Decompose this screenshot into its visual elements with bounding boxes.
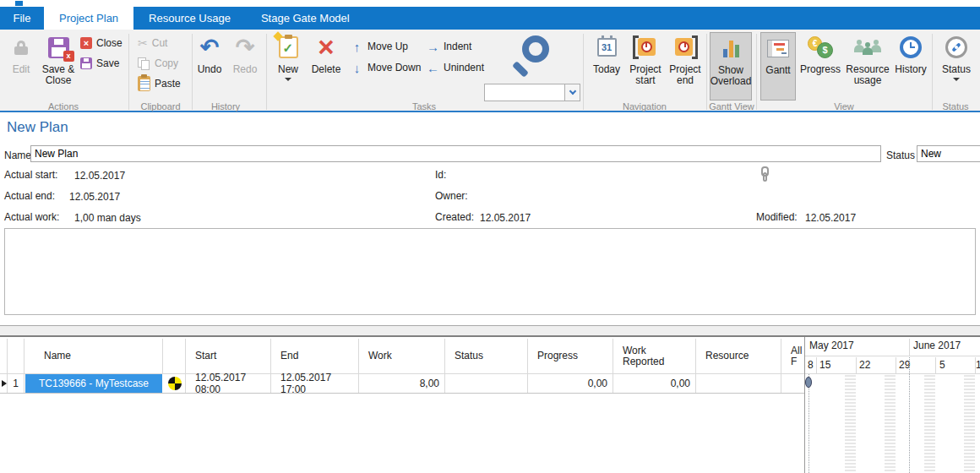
splitter-band[interactable]: [0, 326, 980, 335]
task-progress-cell[interactable]: 0,00: [528, 374, 613, 393]
resource-usage-view-button[interactable]: Resource usage: [844, 32, 891, 100]
gantt-week-22: 22: [859, 359, 870, 371]
actual-end-value: 12.05.2017: [69, 191, 120, 203]
tab-file[interactable]: File: [0, 7, 44, 30]
tab-resource-usage[interactable]: Resource Usage: [133, 7, 246, 30]
milestone-marker[interactable]: [805, 377, 812, 388]
indent-button[interactable]: → Indent: [427, 39, 471, 54]
redo-button[interactable]: ↷ Redo: [228, 32, 262, 100]
progress-view-button[interactable]: €$ Progress: [798, 32, 842, 100]
project-start-icon: [633, 35, 658, 59]
move-up-button[interactable]: ↑ Move Up: [351, 39, 408, 54]
task-resource-cell[interactable]: [696, 374, 781, 393]
gantt-week-12: 12: [976, 359, 980, 371]
column-header-end[interactable]: End: [271, 339, 359, 373]
project-start-line: [808, 374, 809, 473]
attachment-icon: [761, 166, 769, 182]
save-button[interactable]: Save: [80, 56, 119, 71]
gantt-month-may: May 2017: [809, 340, 854, 351]
save-and-close-button[interactable]: x Save & Close: [39, 32, 78, 100]
page-title: New Plan: [7, 119, 68, 136]
project-end-icon: [672, 35, 698, 59]
redo-icon: ↷: [236, 36, 255, 59]
name-label: Name: [4, 150, 31, 161]
column-header-icon[interactable]: [163, 339, 186, 373]
undo-button[interactable]: ↶ Undo: [193, 32, 226, 100]
delete-icon: ×: [318, 36, 334, 58]
project-end-button[interactable]: Project end: [667, 32, 704, 100]
new-button[interactable]: ✓ New: [272, 32, 304, 100]
month-boundary-line: [909, 357, 910, 473]
copy-button[interactable]: Copy: [138, 56, 178, 71]
task-status-cell[interactable]: [445, 374, 528, 393]
tab-stage-gate-model[interactable]: Stage Gate Model: [246, 7, 365, 30]
group-caption-view: View: [814, 101, 874, 111]
new-dropdown-arrow-icon[interactable]: [285, 78, 291, 81]
group-caption-tasks: Tasks: [395, 101, 454, 111]
move-down-button[interactable]: ↓ Move Down: [351, 60, 421, 75]
actual-work-value: 1,00 man days: [74, 212, 141, 224]
status-field[interactable]: [917, 145, 980, 162]
column-header-work-reported[interactable]: Work Reported: [613, 339, 696, 373]
combo-dropdown-button[interactable]: [564, 84, 580, 101]
splitter-line: [0, 325, 980, 326]
name-field[interactable]: [30, 145, 881, 162]
column-header-resource[interactable]: Resource: [696, 339, 781, 373]
column-header-work[interactable]: Work: [359, 339, 445, 373]
gantt-week-8: 8: [808, 359, 814, 371]
column-header-all-r[interactable]: All F: [781, 339, 804, 373]
window-top-strip: [0, 0, 980, 7]
column-header-status[interactable]: Status: [445, 339, 528, 373]
project-start-button[interactable]: Project start: [626, 32, 665, 100]
gantt-month-june: June 2017: [913, 340, 961, 351]
show-overload-button[interactable]: Show Overload: [710, 32, 752, 101]
actual-start-value: 12.05.2017: [74, 170, 125, 182]
header-row-number: [8, 339, 24, 373]
people-icon: [854, 36, 881, 58]
group-caption-navigation: Navigation: [615, 101, 674, 111]
task-name-cell[interactable]: TC139666 - MyTestcase: [25, 374, 162, 393]
arrow-right-icon: →: [427, 40, 439, 54]
tab-project-plan[interactable]: Project Plan: [44, 7, 133, 30]
testcase-icon: [168, 377, 182, 390]
undo-icon: ↶: [200, 36, 220, 59]
bar-chart-icon: [723, 39, 739, 57]
group-caption-clipboard: Clipboard: [131, 101, 190, 111]
paste-button[interactable]: Paste: [138, 76, 181, 91]
gantt-view-button[interactable]: Gantt: [760, 32, 796, 101]
project-plan-window: File Project Plan Resource Usage Stage G…: [0, 0, 980, 473]
today-button[interactable]: 31 Today: [589, 32, 624, 100]
status-button[interactable]: Status: [936, 32, 977, 100]
actual-work-label: Actual work:: [4, 211, 59, 223]
arrow-up-icon: ↑: [351, 40, 363, 54]
task-work-cell[interactable]: 8,00: [359, 374, 445, 393]
task-work-reported-cell[interactable]: 0,00: [613, 374, 696, 393]
status-label: Status: [886, 150, 915, 161]
group-caption-history: History: [196, 101, 255, 111]
group-caption-gantt-view: Gantt View: [702, 101, 761, 111]
column-header-name[interactable]: Name: [24, 339, 163, 373]
ribbon: Edit x Save & Close × Close Save Actions…: [0, 30, 980, 112]
task-all-r-cell[interactable]: [781, 374, 804, 393]
history-view-button[interactable]: History: [892, 32, 929, 100]
unindent-button[interactable]: ← Unindent: [427, 60, 484, 75]
description-field[interactable]: [4, 228, 976, 315]
column-header-start[interactable]: Start: [186, 339, 271, 373]
owner-label: Owner:: [435, 190, 468, 202]
cut-button[interactable]: ✂ Cut: [138, 35, 167, 51]
gantt-week-15: 15: [819, 359, 830, 371]
group-caption-actions: Actions: [17, 101, 110, 111]
edit-button[interactable]: Edit: [5, 32, 37, 100]
arrow-down-icon: ↓: [351, 61, 363, 75]
delete-button[interactable]: × Delete: [307, 32, 346, 100]
column-header-progress[interactable]: Progress: [528, 339, 613, 373]
close-button[interactable]: × Close: [80, 35, 122, 51]
created-label: Created:: [435, 211, 474, 223]
save-icon: [80, 57, 92, 69]
lock-icon: [14, 41, 28, 54]
task-end-cell[interactable]: 12.05.2017 17:00: [271, 374, 359, 393]
modified-value: 12.05.2017: [805, 212, 856, 224]
task-start-cell[interactable]: 12.05.2017 08:00: [186, 374, 271, 393]
status-dropdown-arrow-icon[interactable]: [953, 78, 960, 81]
task-search-input[interactable]: [484, 84, 564, 101]
